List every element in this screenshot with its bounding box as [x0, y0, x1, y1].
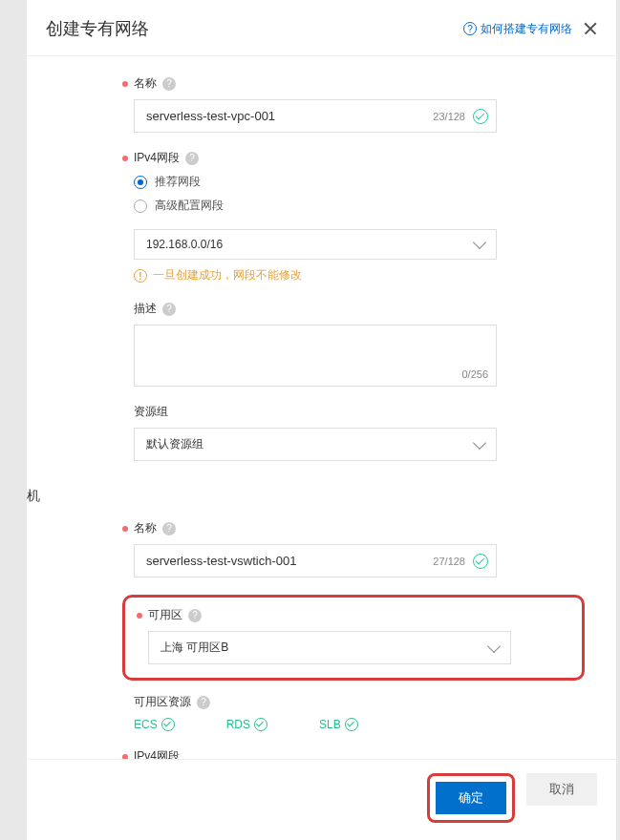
desc-textarea[interactable]	[135, 326, 496, 383]
vpc-name-input[interactable]	[135, 100, 433, 132]
vswitch-name-char-count: 27/128	[433, 556, 473, 567]
name-char-count: 23/128	[433, 111, 473, 122]
check-icon	[161, 718, 175, 731]
question-icon: ?	[463, 22, 477, 35]
info-icon[interactable]: ?	[162, 77, 176, 91]
radio-recommended[interactable]: 推荐网段	[134, 174, 497, 190]
zone-label: 可用区	[148, 607, 182, 623]
info-icon[interactable]: ?	[162, 303, 176, 316]
vswitch-name-label: 名称	[134, 520, 157, 536]
vswitch-name-input-wrap: 27/128	[134, 544, 497, 578]
info-icon[interactable]: ?	[185, 152, 199, 165]
az-resources-label: 可用区资源	[134, 694, 191, 710]
desc-char-count: 0/256	[461, 368, 488, 380]
confirm-highlight: 确定	[427, 773, 515, 823]
chevron-down-icon	[473, 435, 486, 449]
modal-body: 名称 ? 23/128 IPv4网段 ? 推荐网段	[27, 56, 616, 759]
cidr-warning: 一旦创建成功，网段不能修改	[153, 267, 302, 284]
check-icon	[473, 554, 488, 569]
create-vpc-modal: 创建专有网络 ? 如何搭建专有网络 名称 ? 23/128	[27, 0, 616, 840]
cancel-button[interactable]: 取消	[526, 773, 597, 806]
vswitch-section-title: 交换机	[27, 478, 597, 505]
confirm-button[interactable]: 确定	[436, 782, 506, 814]
chevron-down-icon	[473, 236, 486, 249]
info-icon[interactable]: ?	[188, 609, 202, 622]
az-resource-rds: RDS	[226, 718, 267, 731]
radio-advanced[interactable]: 高级配置网段	[134, 198, 497, 214]
radio-icon	[134, 200, 147, 213]
help-link[interactable]: ? 如何搭建专有网络	[463, 21, 572, 37]
name-label: 名称	[134, 75, 157, 92]
chevron-down-icon	[487, 639, 501, 652]
vswitch-ipv4-label: IPv4网段	[134, 748, 180, 759]
info-icon[interactable]: ?	[197, 696, 210, 709]
required-dot	[137, 613, 142, 619]
az-resource-ecs: ECS	[134, 718, 175, 731]
az-resource-slb: SLB	[319, 718, 358, 731]
zone-highlight: 可用区 ? 上海 可用区B	[122, 595, 585, 681]
close-icon[interactable]	[584, 22, 597, 35]
desc-label: 描述	[134, 301, 157, 317]
modal-footer: 确定 取消	[27, 759, 616, 840]
check-icon	[345, 718, 358, 731]
desc-textarea-wrap: 0/256	[134, 325, 497, 387]
resource-group-label: 资源组	[134, 404, 168, 420]
info-icon[interactable]: ?	[162, 522, 176, 536]
required-dot	[122, 156, 128, 161]
modal-header: 创建专有网络 ? 如何搭建专有网络	[27, 0, 616, 56]
ipv4-label: IPv4网段	[134, 150, 180, 166]
cidr-select[interactable]: 192.168.0.0/16	[134, 229, 497, 260]
modal-title: 创建专有网络	[46, 17, 149, 40]
check-icon	[473, 109, 488, 124]
radio-icon	[134, 176, 147, 189]
name-input-wrap: 23/128	[134, 99, 497, 133]
required-dot	[122, 81, 128, 87]
vswitch-name-input[interactable]	[135, 545, 433, 577]
warning-icon: !	[134, 269, 147, 283]
resource-group-select[interactable]: 默认资源组	[134, 428, 497, 461]
check-icon	[254, 718, 267, 731]
required-dot	[122, 526, 128, 532]
zone-select[interactable]: 上海 可用区B	[148, 631, 511, 664]
